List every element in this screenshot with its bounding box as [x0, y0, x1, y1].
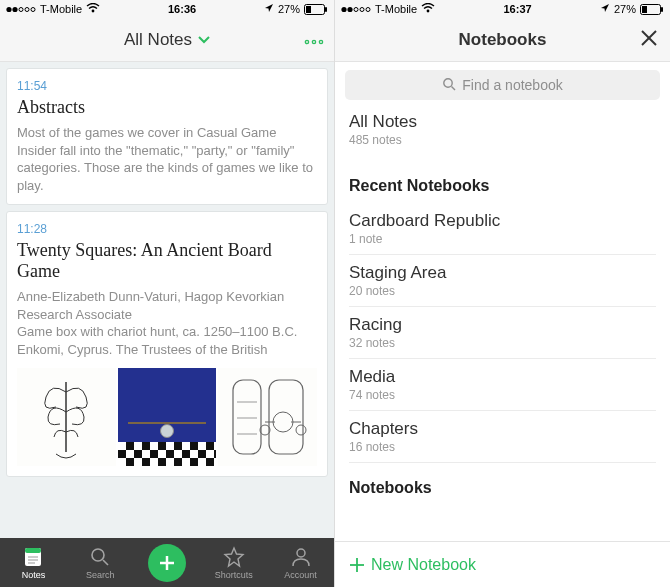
tab-account[interactable]: Account [267, 538, 334, 587]
carrier-label: T-Mobile [375, 3, 417, 15]
clock: 16:36 [168, 3, 196, 15]
carrier-label: T-Mobile [40, 3, 82, 15]
wifi-icon [421, 3, 435, 15]
nav-bar-notebooks: Notebooks [335, 18, 670, 62]
status-bar: T-Mobile 16:37 27% [335, 0, 670, 18]
notebook-row[interactable]: Media 74 notes [349, 359, 656, 411]
row-subtitle: 16 notes [349, 440, 656, 454]
row-title: All Notes [349, 112, 656, 132]
notebook-row[interactable]: Chapters 16 notes [349, 411, 656, 463]
battery-pct-label: 27% [278, 3, 300, 15]
tab-search[interactable]: Search [67, 538, 134, 587]
chevron-down-icon [198, 36, 210, 44]
nav-bar-notes: All Notes [0, 18, 334, 62]
row-subtitle: 20 notes [349, 284, 656, 298]
star-icon [223, 545, 245, 569]
svg-point-1 [12, 6, 17, 11]
svg-point-37 [354, 7, 358, 11]
row-title: Racing [349, 315, 656, 335]
nav-title-dropdown[interactable]: All Notes [124, 30, 210, 50]
tab-label: Search [86, 570, 115, 580]
svg-rect-42 [642, 6, 647, 13]
tab-add[interactable] [134, 538, 201, 587]
row-title: Chapters [349, 419, 656, 439]
plus-icon [349, 557, 365, 573]
svg-point-38 [360, 7, 364, 11]
svg-point-0 [6, 6, 11, 11]
row-title: Media [349, 367, 656, 387]
note-snippet: Anne-Elizabeth Dunn-Vaturi, Hagop Kevork… [17, 288, 317, 358]
nav-title: Notebooks [459, 30, 547, 50]
note-snippet: Most of the games we cover in Casual Gam… [17, 124, 317, 194]
battery-pct-label: 27% [614, 3, 636, 15]
tab-label: Shortcuts [215, 570, 253, 580]
note-title: Twenty Squares: An Ancient Board Game [17, 240, 317, 282]
row-title: Cardboard Republic [349, 211, 656, 231]
new-notebook-button[interactable]: New Notebook [335, 541, 670, 587]
svg-point-46 [444, 78, 452, 86]
note-thumbnails [17, 368, 317, 466]
svg-point-11 [319, 40, 322, 43]
section-header-notebooks: Notebooks [349, 463, 656, 505]
tab-label: Notes [22, 570, 46, 580]
search-icon [89, 545, 111, 569]
svg-rect-7 [306, 6, 311, 13]
svg-point-36 [347, 6, 352, 11]
battery-icon [304, 4, 328, 15]
section-header-recent: Recent Notebooks [349, 161, 656, 203]
more-options-button[interactable] [304, 31, 324, 49]
note-title: Abstracts [17, 97, 317, 118]
note-card[interactable]: 11:28 Twenty Squares: An Ancient Board G… [6, 211, 328, 477]
svg-point-34 [297, 549, 305, 557]
signal-dots-icon [6, 6, 36, 13]
row-title: Staging Area [349, 263, 656, 283]
search-input[interactable]: Find a notebook [345, 70, 660, 100]
tab-shortcuts[interactable]: Shortcuts [200, 538, 267, 587]
nav-title: All Notes [124, 30, 192, 50]
svg-point-40 [427, 10, 430, 13]
svg-rect-8 [325, 7, 327, 12]
clock: 16:37 [504, 3, 532, 15]
status-bar: T-Mobile 16:36 27% [0, 0, 334, 18]
svg-line-47 [452, 86, 456, 90]
svg-point-2 [19, 7, 23, 11]
thumbnail-image [17, 368, 116, 466]
plus-icon [148, 544, 186, 582]
row-subtitle: 1 note [349, 232, 656, 246]
search-placeholder: Find a notebook [462, 77, 562, 93]
notebook-row[interactable]: Cardboard Republic 1 note [349, 203, 656, 255]
note-timestamp: 11:54 [17, 79, 317, 93]
close-button[interactable] [640, 29, 658, 51]
note-timestamp: 11:28 [17, 222, 317, 236]
location-arrow-icon [600, 3, 610, 15]
notebook-row[interactable]: Racing 32 notes [349, 307, 656, 359]
signal-dots-icon [341, 6, 371, 13]
svg-point-9 [305, 40, 308, 43]
notes-list[interactable]: 11:54 Abstracts Most of the games we cov… [0, 62, 334, 538]
tab-bar: Notes Search Shortcuts [0, 538, 334, 587]
row-subtitle: 74 notes [349, 388, 656, 402]
new-notebook-label: New Notebook [371, 556, 476, 574]
tab-notes[interactable]: Notes [0, 538, 67, 587]
row-subtitle: 32 notes [349, 336, 656, 350]
svg-point-3 [25, 7, 29, 11]
notebooks-list[interactable]: All Notes 485 notes Recent Notebooks Car… [335, 108, 670, 541]
wifi-icon [86, 3, 100, 15]
svg-rect-43 [661, 7, 663, 12]
svg-point-4 [31, 7, 35, 11]
all-notes-row[interactable]: All Notes 485 notes [349, 108, 656, 161]
svg-point-39 [366, 7, 370, 11]
svg-rect-26 [25, 548, 41, 553]
notebook-row[interactable]: Staging Area 20 notes [349, 255, 656, 307]
battery-icon [640, 4, 664, 15]
account-icon [290, 545, 312, 569]
svg-line-31 [103, 560, 108, 565]
svg-point-5 [92, 10, 95, 13]
note-card[interactable]: 11:54 Abstracts Most of the games we cov… [6, 68, 328, 205]
thumbnail-image [218, 368, 317, 466]
tab-label: Account [284, 570, 317, 580]
notes-icon [22, 545, 44, 569]
location-arrow-icon [264, 3, 274, 15]
svg-point-30 [92, 549, 104, 561]
row-subtitle: 485 notes [349, 133, 656, 147]
